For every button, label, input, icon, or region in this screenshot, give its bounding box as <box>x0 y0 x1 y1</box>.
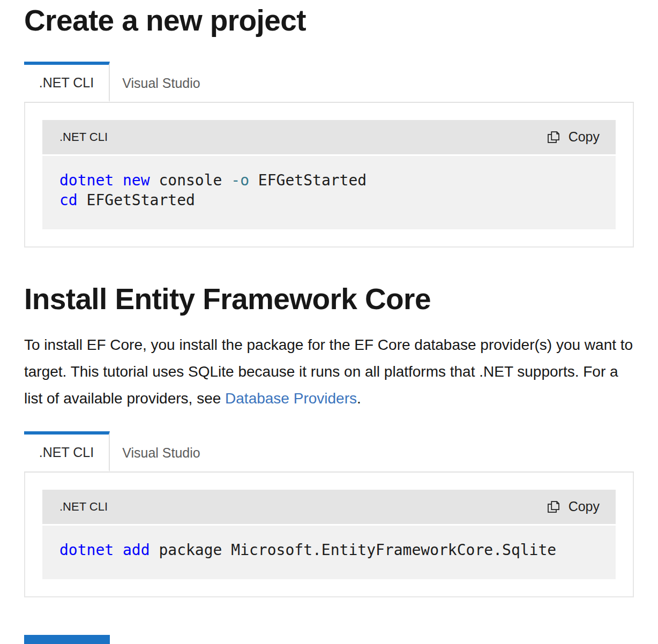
copy-button-label: Copy <box>569 129 600 145</box>
paragraph-text-end: . <box>357 390 361 407</box>
tab-group-create-project: .NET CLI Visual Studio .NET CLI Co <box>24 62 634 248</box>
code-language-label: .NET CLI <box>59 130 108 144</box>
copy-icon <box>545 499 562 515</box>
cutoff-tab-accent-bar <box>24 635 110 644</box>
code-block: dotnet add package Microsoft.EntityFrame… <box>42 526 616 579</box>
heading-install-entity-framework-core: Install Entity Framework Core <box>24 281 634 318</box>
tab-label: .NET CLI <box>39 445 94 460</box>
copy-button[interactable]: Copy <box>545 129 600 145</box>
intro-paragraph: To install EF Core, you install the pack… <box>24 332 634 412</box>
tab-visual-studio[interactable]: Visual Studio <box>110 62 213 102</box>
copy-button-label: Copy <box>569 499 600 514</box>
database-providers-link[interactable]: Database Providers <box>225 390 357 407</box>
tab-label: Visual Studio <box>122 445 200 461</box>
code-block-header: .NET CLI Copy <box>42 490 616 524</box>
tab-net-cli[interactable]: .NET CLI <box>24 62 110 102</box>
tab-group-install-ef-core: .NET CLI Visual Studio .NET CLI Co <box>24 431 634 597</box>
heading-create-a-new-project: Create a new project <box>24 2 634 39</box>
tab-visual-studio[interactable]: Visual Studio <box>110 431 213 471</box>
docs-article: Create a new project .NET CLI Visual Stu… <box>0 2 658 597</box>
copy-button[interactable]: Copy <box>545 499 600 515</box>
tab-label: Visual Studio <box>122 76 200 91</box>
copy-icon <box>545 129 562 145</box>
tab-net-cli[interactable]: .NET CLI <box>24 431 110 471</box>
tab-panel: .NET CLI Copy dotnet new console -o EFGe… <box>24 103 634 248</box>
code-language-label: .NET CLI <box>59 500 108 514</box>
tab-strip: .NET CLI Visual Studio <box>24 62 634 103</box>
tab-label: .NET CLI <box>39 75 94 91</box>
code-block: dotnet new console -o EFGetStartedcd EFG… <box>42 156 616 229</box>
tab-strip: .NET CLI Visual Studio <box>24 431 634 473</box>
tab-panel: .NET CLI Copy dotnet add package Microso… <box>24 473 634 597</box>
code-block-header: .NET CLI Copy <box>42 120 616 154</box>
